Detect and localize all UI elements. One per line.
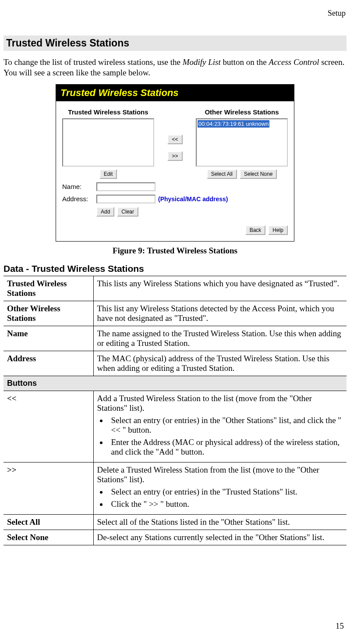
screenshot-body: Trusted Wireless Stations Edit << >> Oth…: [56, 101, 294, 241]
table-row: Name The name assigned to the Trusted Wi…: [4, 326, 346, 351]
page-number: 15: [336, 621, 344, 631]
other-label: Other Wireless Stations: [196, 108, 288, 116]
row-val: De-select any Stations currently selecte…: [93, 530, 346, 545]
intro-paragraph: To change the list of trusted wireless s…: [4, 57, 346, 78]
edit-button[interactable]: Edit: [99, 169, 117, 179]
table-row: Select All Select all of the Stations li…: [4, 514, 346, 530]
row-val: Add a Trusted Wireless Station to the li…: [93, 391, 346, 462]
row-key: Address: [4, 351, 93, 376]
intro-access: Access Control: [269, 57, 319, 67]
clear-button[interactable]: Clear: [117, 207, 138, 217]
row-desc: Add a Trusted Wireless Station to the li…: [97, 394, 312, 413]
row-val: This list any Wireless Stations detected…: [93, 301, 346, 326]
row-val: Select all of the Stations listed in the…: [93, 514, 346, 530]
page-header-section: Setup: [4, 9, 346, 18]
address-label: Address:: [62, 195, 96, 203]
intro-text: To change the list of trusted wireless s…: [4, 57, 183, 67]
mac-note: (Physical/MAC address): [158, 196, 228, 203]
row-key: >>: [4, 462, 93, 514]
trusted-listbox[interactable]: [62, 118, 154, 167]
bullet-item: Select an entry (or entries) in the "Tru…: [108, 487, 343, 497]
section-label: Buttons: [4, 376, 346, 391]
row-key: Name: [4, 326, 93, 351]
table-row: << Add a Trusted Wireless Station to the…: [4, 391, 346, 462]
bullet-item: Enter the Address (MAC or physical addre…: [108, 438, 343, 457]
row-val: The name assigned to the Trusted Wireles…: [93, 326, 346, 351]
figure-caption: Figure 9: Trusted Wireless Stations: [4, 246, 346, 256]
screenshot-container: Trusted Wireless Stations Trusted Wirele…: [4, 84, 346, 242]
other-listbox[interactable]: 00:04:23:73:19:61 unknown: [196, 118, 288, 167]
data-table: Trusted Wireless Stations This lists any…: [4, 276, 346, 545]
row-val: The MAC (physical) address of the Truste…: [93, 351, 346, 376]
intro-text: button on the: [221, 57, 269, 67]
row-key: Trusted Wireless Stations: [4, 276, 93, 301]
row-key: Other Wireless Stations: [4, 301, 93, 326]
row-val: This lists any Wireless Stations which y…: [93, 276, 346, 301]
row-key: <<: [4, 391, 93, 462]
row-key: Select None: [4, 530, 93, 545]
address-input[interactable]: [96, 195, 156, 203]
table-row: Trusted Wireless Stations This lists any…: [4, 276, 346, 301]
screenshot-panel: Trusted Wireless Stations Trusted Wirele…: [56, 84, 294, 242]
row-key: Select All: [4, 514, 93, 530]
name-label: Name:: [62, 183, 96, 190]
table-row: Select None De-select any Stations curre…: [4, 530, 346, 545]
back-button[interactable]: Back: [245, 225, 266, 235]
name-input[interactable]: [96, 182, 156, 191]
data-subheading: Data - Trusted Wireless Stations: [4, 263, 346, 274]
bullet-item: Click the " >> " button.: [108, 499, 343, 509]
section-heading: Trusted Wireless Stations: [4, 36, 346, 51]
move-right-button[interactable]: >>: [167, 151, 182, 161]
table-section-row: Buttons: [4, 376, 346, 391]
row-val: Delete a Trusted Wireless Station from t…: [93, 462, 346, 514]
screenshot-title: Trusted Wireless Stations: [56, 85, 294, 101]
help-button[interactable]: Help: [268, 225, 288, 235]
trusted-label: Trusted Wireless Stations: [62, 108, 154, 116]
table-row: >> Delete a Trusted Wireless Station fro…: [4, 462, 346, 514]
intro-modify: Modify List: [183, 57, 221, 67]
add-button[interactable]: Add: [96, 207, 114, 217]
select-none-button[interactable]: Select None: [240, 169, 277, 179]
bullet-item: Select an entry (or entries) in the "Oth…: [108, 416, 343, 435]
select-all-button[interactable]: Select All: [207, 169, 237, 179]
table-row: Other Wireless Stations This list any Wi…: [4, 301, 346, 326]
list-item[interactable]: 00:04:23:73:19:61 unknown: [198, 120, 269, 128]
row-desc: Delete a Trusted Wireless Station from t…: [97, 465, 319, 484]
table-row: Address The MAC (physical) address of th…: [4, 351, 346, 376]
move-left-button[interactable]: <<: [167, 135, 182, 144]
